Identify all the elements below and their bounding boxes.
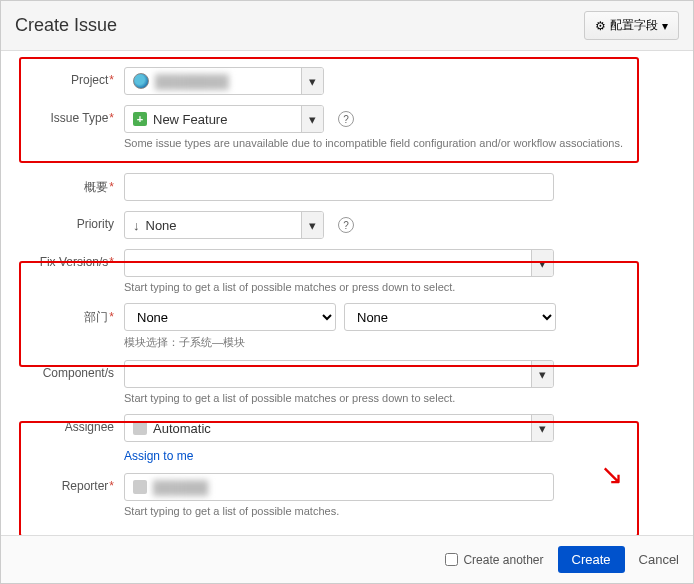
assign-to-me-link[interactable]: Assign to me [124,449,193,463]
create-issue-dialog: Create Issue ⚙ 配置字段 ▾ Project ████████ ▾… [0,0,694,584]
issue-type-label: Issue Type [29,105,124,125]
create-another-label: Create another [463,553,543,567]
department-select-1[interactable]: None [124,303,336,331]
components-help: Start typing to get a list of possible m… [124,392,665,404]
cancel-button[interactable]: Cancel [639,552,679,567]
chevron-down-icon: ▾ [531,415,553,441]
fix-versions-help: Start typing to get a list of possible m… [124,281,665,293]
project-value-blurred: ████████ [155,74,229,89]
priority-value: None [146,218,177,233]
project-row: Project ████████ ▾ [29,67,665,95]
dialog-title: Create Issue [15,15,117,36]
components-label: Component/s [29,360,124,380]
chevron-down-icon: ▾ [531,361,553,387]
help-icon[interactable]: ? [338,217,354,233]
assignee-select[interactable]: Automatic ▾ [124,414,554,442]
assignee-value: Automatic [153,421,211,436]
project-select[interactable]: ████████ ▾ [124,67,324,95]
fix-versions-select[interactable]: ▾ [124,249,554,277]
issue-type-value: New Feature [153,112,227,127]
chevron-down-icon: ▾ [531,250,553,276]
project-label: Project [29,67,124,87]
configure-fields-button[interactable]: ⚙ 配置字段 ▾ [584,11,679,40]
priority-label: Priority [29,211,124,231]
reporter-select[interactable]: ██████ [124,473,554,501]
dialog-body: Project ████████ ▾ Issue Type +New Featu… [1,51,693,535]
reporter-row: Reporter ██████ Start typing to get a li… [29,473,665,517]
assignee-row: Assignee Automatic ▾ Assign to me [29,414,665,463]
summary-label: 概要 [29,173,124,196]
priority-row: Priority ↓None ▾ ? [29,211,665,239]
gear-icon: ⚙ [595,19,606,33]
project-icon [133,73,149,89]
parent-link-label: Parent Link [29,527,124,535]
issue-type-row: Issue Type +New Feature ▾ ? Some issue t… [29,105,665,149]
fix-versions-label: Fix Version/s [29,249,124,269]
parent-link-row: Parent Link [29,527,665,535]
reporter-label: Reporter [29,473,124,493]
components-row: Component/s ▾ Start typing to get a list… [29,360,665,404]
help-icon[interactable]: ? [338,111,354,127]
create-button[interactable]: Create [558,546,625,573]
issue-type-help: Some issue types are unavailable due to … [124,137,665,149]
reporter-help: Start typing to get a list of possible m… [124,505,665,517]
issue-type-select[interactable]: +New Feature ▾ [124,105,324,133]
department-row: 部门 None None 模块选择：子系统—模块 [29,303,665,350]
user-icon [133,421,147,435]
components-select[interactable]: ▾ [124,360,554,388]
chevron-down-icon: ▾ [662,19,668,33]
department-help: 模块选择：子系统—模块 [124,335,665,350]
priority-select[interactable]: ↓None ▾ [124,211,324,239]
summary-input[interactable] [124,173,554,201]
create-another-checkbox[interactable] [445,553,458,566]
dialog-header: Create Issue ⚙ 配置字段 ▾ [1,1,693,51]
dialog-footer: Create another Create Cancel [1,535,693,583]
new-feature-icon: + [133,112,147,126]
configure-fields-label: 配置字段 [610,17,658,34]
chevron-down-icon: ▾ [301,106,323,132]
summary-row: 概要 [29,173,665,201]
reporter-value-blurred: ██████ [153,480,208,495]
create-another-row[interactable]: Create another [445,553,543,567]
department-label: 部门 [29,303,124,326]
fix-versions-row: Fix Version/s ▾ Start typing to get a li… [29,249,665,293]
department-select-2[interactable]: None [344,303,556,331]
chevron-down-icon: ▾ [301,212,323,238]
chevron-down-icon: ▾ [301,68,323,94]
user-icon [133,480,147,494]
assignee-label: Assignee [29,414,124,434]
priority-none-icon: ↓ [133,218,140,233]
